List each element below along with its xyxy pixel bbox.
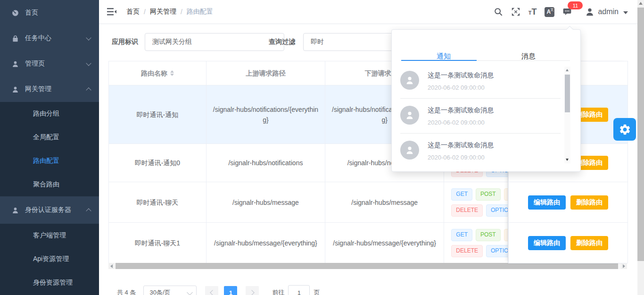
sort-caret-icon[interactable] (170, 70, 174, 76)
notification-item[interactable]: 这是一条测试致命消息 2020-06-02 09:00:00 (400, 99, 561, 134)
notification-panel: 通知 消息 这是一条测试致命消息 2020-06-02 09:00:00 这是一… (391, 29, 581, 172)
panel-scrollbar[interactable] (564, 67, 570, 163)
method-tag: OPTIONS (486, 204, 508, 217)
sidebar-item-route-groups[interactable]: 路由分组 (0, 102, 99, 126)
user-menu[interactable]: admin (585, 7, 628, 17)
cell-upstream-path: /signalr-hubs/notifications/{everything} (206, 85, 325, 143)
notification-tabs: 通知 消息 (392, 30, 580, 61)
sidebar-item-identity-resources[interactable]: 身份资源管理 (0, 271, 99, 295)
notification-list: 这是一条测试致命消息 2020-06-02 09:00:00 这是一条测试致命消… (392, 61, 580, 168)
breadcrumb: 首页 / 网关管理 / 路由配置 (126, 0, 213, 24)
search-icon[interactable] (494, 7, 503, 17)
user-icon (11, 85, 19, 93)
next-page-button[interactable] (246, 286, 259, 295)
table-horizontal-scrollbar[interactable] (108, 263, 627, 269)
sidebar-item-global-config[interactable]: 全局配置 (0, 126, 99, 149)
current-page-button[interactable]: 1 (224, 286, 237, 295)
cell-route-name: 即时通讯-聊天 (109, 182, 206, 222)
prev-page-button[interactable] (205, 286, 218, 295)
sidebar-item-label: 网关管理 (25, 85, 87, 93)
method-tag: POST (476, 188, 501, 201)
goto-label: 前往 (272, 288, 284, 295)
method-tag: DELETE (451, 204, 483, 217)
breadcrumb-separator: / (144, 8, 146, 16)
row-actions: 编辑路由 删除路由 (509, 182, 627, 223)
cell-route-name: 即时通讯-聊天1 (109, 223, 206, 263)
user-avatar-icon (585, 7, 595, 17)
breadcrumb-home[interactable]: 首页 (126, 8, 140, 16)
sidebar-identity-submenu: 客户端管理 Api资源管理 身份资源管理 (0, 224, 99, 295)
cell-downstream-path: /signalr-hubs/message/{everything} (325, 223, 444, 263)
sidebar-item-client-management[interactable]: 客户端管理 (0, 224, 99, 247)
method-tag: GET (451, 229, 472, 241)
avatar (400, 71, 419, 90)
sidebar-item-aggregate-route[interactable]: 聚合路由 (0, 173, 99, 196)
chevron-down-icon (86, 35, 91, 40)
username: admin (598, 8, 619, 16)
page-size-select[interactable]: 30条/页 (143, 286, 197, 295)
notification-title: 这是一条测试致命消息 (428, 106, 556, 114)
sidebar-item-tasks[interactable]: 任务中心 (0, 25, 99, 51)
notification-item[interactable]: 这是一条测试致命消息 2020-06-02 09:00:00 (400, 64, 561, 99)
goto-page-input[interactable] (288, 285, 310, 295)
chevron-down-icon (86, 60, 91, 66)
method-tag: DELETE (451, 245, 483, 257)
app-group-select-value: 测试网关分组 (152, 38, 192, 46)
sidebar-item-admin-page[interactable]: 管理页 (0, 51, 99, 76)
cell-upstream-path: /signalr-hubs/message (206, 182, 325, 222)
method-tag: PUT (504, 188, 508, 201)
scroll-up-arrow-icon[interactable] (639, 2, 643, 5)
message-icon[interactable]: 11 (562, 7, 572, 17)
sidebar-item-label: 身份认证服务器 (25, 206, 87, 214)
settings-gear-button[interactable] (613, 118, 636, 141)
delete-route-button[interactable]: 删除路由 (570, 195, 608, 210)
translate-icon[interactable]: A 文 (545, 7, 554, 17)
sidebar-item-home[interactable]: 首页 (0, 0, 99, 25)
sidebar: 首页 任务中心 管理页 网关管理 路由分组 全局配置 路由配置 聚合路由 身份认… (0, 0, 99, 295)
page-vertical-scrollbar[interactable] (637, 0, 644, 295)
app-id-label: 应用标识 (112, 33, 138, 50)
chevron-up-icon (86, 87, 91, 93)
edit-route-button[interactable]: 编辑路由 (528, 195, 566, 210)
chevron-up-icon (86, 208, 91, 213)
hamburger-icon[interactable] (107, 7, 117, 17)
notification-item[interactable]: 这是一条测试致命消息 2020-06-02 09:00:00 (400, 134, 561, 168)
fullscreen-icon[interactable] (511, 7, 520, 17)
scroll-left-arrow-icon[interactable] (108, 263, 115, 269)
scroll-down-arrow-icon[interactable] (566, 159, 569, 161)
column-header-upstream: 上游请求路径 (206, 61, 325, 85)
sidebar-item-gateway[interactable]: 网关管理 (0, 76, 99, 102)
delete-route-button[interactable]: 删除路由 (570, 236, 608, 250)
panel-scrollbar-thumb[interactable] (565, 75, 570, 112)
cell-route-name: 即时通讯-通知0 (109, 144, 206, 182)
notification-title: 这是一条测试致命消息 (428, 141, 556, 149)
sidebar-item-api-resources[interactable]: Api资源管理 (0, 247, 99, 271)
sidebar-item-label: 任务中心 (25, 34, 87, 42)
scroll-right-arrow-icon[interactable] (621, 263, 627, 269)
breadcrumb-current: 路由配置 (187, 8, 213, 16)
dashboard-icon (11, 9, 19, 17)
notification-time: 2020-06-02 09:00:00 (428, 84, 556, 92)
user-icon (11, 60, 19, 68)
sidebar-item-identity-server[interactable]: 身份认证服务器 (0, 196, 99, 224)
app-group-select[interactable]: 测试网关分组 (145, 33, 284, 51)
cell-downstream-path: /signalr-hubs/message (325, 182, 444, 222)
row-actions: 编辑路由 删除路由 (509, 223, 627, 263)
breadcrumb-gateway[interactable]: 网关管理 (150, 8, 176, 16)
vertical-scrollbar-thumb[interactable] (637, 8, 644, 261)
cell-methods: GET POST PUT DELETE OPTIONS (444, 182, 508, 222)
sidebar-item-route-config[interactable]: 路由配置 (0, 149, 99, 173)
horizontal-scrollbar-thumb[interactable] (116, 263, 618, 269)
gear-icon (619, 123, 631, 136)
column-header-route-name[interactable]: 路由名称 (109, 61, 206, 85)
notification-title: 这是一条测试致命消息 (428, 71, 556, 79)
method-tag: POST (476, 229, 501, 241)
scroll-up-arrow-icon[interactable] (566, 69, 569, 71)
sidebar-item-label: 管理页 (25, 59, 87, 68)
method-tag: OPTIONS (486, 245, 508, 257)
total-count: 共 4 条 (117, 288, 136, 295)
font-size-icon[interactable]: TT (528, 8, 537, 16)
pagination: 共 4 条 30条/页 1 前往 页 (117, 286, 320, 295)
lock-icon (11, 34, 19, 42)
edit-route-button[interactable]: 编辑路由 (528, 236, 566, 250)
